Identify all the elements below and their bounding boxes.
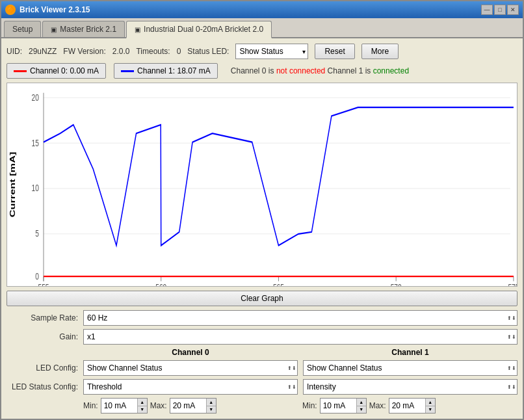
led-config-ch0-select[interactable]: Show Channel Status OffOnShow Heartbeat <box>83 360 298 376</box>
gain-select[interactable]: x1 x2x4x8 <box>83 329 517 345</box>
svg-text:565: 565 <box>273 282 284 286</box>
tab-industrial[interactable]: ▣ Industrial Dual 0-20mA Bricklet 2.0 <box>126 21 272 38</box>
uid-label: UID: <box>7 47 22 56</box>
ch0-max-spinbox: ▲ ▼ <box>170 398 216 413</box>
ch0-status: not connected <box>276 66 325 75</box>
ch0-min-down-btn[interactable]: ▼ <box>138 406 147 413</box>
app-icon: 🔶 <box>5 5 16 15</box>
ch1-max-spinbox: ▲ ▼ <box>389 398 436 413</box>
ch1-max-down-btn[interactable]: ▼ <box>426 406 435 413</box>
led-config-label: LED Config: <box>7 363 78 373</box>
ch1-max-spinbox-btns: ▲ ▼ <box>425 399 435 413</box>
svg-text:560: 560 <box>155 282 166 286</box>
tab-master-icon: ▣ <box>51 26 57 33</box>
timeouts-label: Timeouts: <box>136 47 170 56</box>
svg-text:570: 570 <box>391 282 402 286</box>
svg-text:555: 555 <box>38 282 49 286</box>
status-led-label: Status LED: <box>187 47 229 56</box>
minmax-row: Min: ▲ ▼ Max: ▲ ▼ <box>83 398 517 413</box>
led-config-ch0-wrapper: Show Channel Status OffOnShow Heartbeat <box>83 360 298 376</box>
ch1-max-up-btn[interactable]: ▲ <box>426 399 435 406</box>
led-status-config-ch0-select[interactable]: Threshold OffIntensity <box>83 379 298 395</box>
y-axis-label: Current [mA] <box>8 152 17 218</box>
tab-setup[interactable]: Setup <box>4 21 41 37</box>
minimize-button[interactable]: — <box>481 5 493 15</box>
uid-value: 29uNZZ <box>29 47 57 56</box>
channel1-header: Channel 1 <box>303 348 517 357</box>
ch0-min-up-btn[interactable]: ▲ <box>138 399 147 406</box>
gain-row: Gain: x1 x2x4x8 <box>7 329 517 345</box>
svg-text:20: 20 <box>32 92 39 103</box>
sample-rate-row: Sample Rate: 60 Hz 1 Hz2 Hz4 Hz8 Hz 16 H… <box>7 310 517 326</box>
more-button[interactable]: More <box>361 44 399 59</box>
ch0-status-between: Channel 1 is <box>325 66 373 75</box>
ch0-max-input[interactable] <box>170 399 206 413</box>
tab-industrial-icon: ▣ <box>135 26 140 33</box>
ch0-status-prefix: Channel 0 is <box>231 66 276 75</box>
channel0-button[interactable]: Channel 0: 0.00 mA <box>7 63 106 79</box>
maximize-button[interactable]: □ <box>494 5 506 15</box>
led-config-row: LED Config: Show Channel Status OffOnSho… <box>7 360 517 376</box>
titlebar: 🔶 Brick Viewer 2.3.15 — □ ✕ <box>1 1 523 18</box>
tab-bar: Setup ▣ Master Brick 2.1 ▣ Industrial Du… <box>1 18 523 38</box>
ch1-max-label: Max: <box>369 401 386 410</box>
tab-master-label: Master Brick 2.1 <box>60 25 116 34</box>
sample-rate-select[interactable]: 60 Hz 1 Hz2 Hz4 Hz8 Hz 16 Hz32 Hz120 Hz <box>83 310 517 326</box>
titlebar-left: 🔶 Brick Viewer 2.3.15 <box>5 5 90 15</box>
sample-rate-label: Sample Rate: <box>7 313 78 322</box>
ch0-min-spinbox: ▲ ▼ <box>101 398 148 413</box>
channel-headers: Channel 0 Channel 1 <box>83 348 517 357</box>
ch0-max-spinbox-btns: ▲ ▼ <box>206 399 216 413</box>
ch0-max-up-btn[interactable]: ▲ <box>207 399 216 406</box>
tab-industrial-label: Industrial Dual 0-20mA Bricklet 2.0 <box>144 25 263 34</box>
gain-select-wrapper: x1 x2x4x8 <box>83 329 517 345</box>
channel-row: Channel 0: 0.00 mA Channel 1: 18.07 mA C… <box>7 63 517 79</box>
graph-svg: Current [mA] 20 15 10 5 0 <box>7 83 517 286</box>
status-led-select-wrapper: Show Status Off On Show Heartbeat <box>235 44 308 59</box>
channel0-header: Channel 0 <box>83 348 298 357</box>
info-row: UID: 29uNZZ FW Version: 2.0.0 Timeouts: … <box>7 44 517 59</box>
fw-value: 2.0.0 <box>112 47 130 56</box>
clear-btn-row: Clear Graph <box>7 291 517 306</box>
status-led-select[interactable]: Show Status Off On Show Heartbeat <box>235 44 308 59</box>
ch1-min-input[interactable] <box>321 399 356 413</box>
channel0-label: Channel 0: 0.00 mA <box>30 66 99 75</box>
ch0-min-input[interactable] <box>101 399 137 413</box>
led-status-config-row: LED Status Config: Threshold OffIntensit… <box>7 379 517 395</box>
clear-graph-button[interactable]: Clear Graph <box>7 291 517 306</box>
channel1-button[interactable]: Channel 1: 18.07 mA <box>114 63 218 79</box>
led-status-config-ch1-select[interactable]: Intensity OffThreshold <box>303 379 517 395</box>
graph-container: Current [mA] 20 15 10 5 0 <box>7 83 517 287</box>
led-config-ch1-wrapper: Show Channel Status OffOnShow Heartbeat <box>303 360 517 376</box>
ch1-min-up-btn[interactable]: ▲ <box>357 399 366 406</box>
ch1-min-spinbox-btns: ▲ ▼ <box>356 399 366 413</box>
form-section: Sample Rate: 60 Hz 1 Hz2 Hz4 Hz8 Hz 16 H… <box>7 310 517 413</box>
channel1-label: Channel 1: 18.07 mA <box>137 66 211 75</box>
ch0-min-label: Min: <box>83 401 98 410</box>
timeouts-value: 0 <box>177 47 181 56</box>
led-status-config-label: LED Status Config: <box>7 382 78 391</box>
svg-text:10: 10 <box>32 182 39 193</box>
tab-master[interactable]: ▣ Master Brick 2.1 <box>42 21 125 37</box>
ch1-status: connected <box>373 66 409 75</box>
fw-label: FW Version: <box>63 47 105 56</box>
led-status-config-ch0-wrapper: Threshold OffIntensity <box>83 379 298 395</box>
svg-text:15: 15 <box>32 137 39 148</box>
led-config-ch1-select[interactable]: Show Channel Status OffOnShow Heartbeat <box>303 360 517 376</box>
close-button[interactable]: ✕ <box>507 5 519 15</box>
ch0-max-label: Max: <box>150 401 167 410</box>
ch1-min-label: Min: <box>302 401 317 410</box>
ch1-max-input[interactable] <box>389 399 425 413</box>
ch0-max-down-btn[interactable]: ▼ <box>207 406 216 413</box>
channel1-graph-line <box>44 107 514 245</box>
svg-text:0: 0 <box>35 270 39 282</box>
reset-button[interactable]: Reset <box>315 44 354 59</box>
svg-text:5: 5 <box>35 228 39 239</box>
connection-status: Channel 0 is not connected Channel 1 is … <box>231 66 409 75</box>
ch1-min-down-btn[interactable]: ▼ <box>357 406 366 413</box>
main-window: 🔶 Brick Viewer 2.3.15 — □ ✕ Setup ▣ Mast… <box>0 0 524 420</box>
gain-label: Gain: <box>7 332 78 341</box>
ch0-minmax-group: Min: ▲ ▼ Max: ▲ ▼ <box>83 398 298 413</box>
main-content: UID: 29uNZZ FW Version: 2.0.0 Timeouts: … <box>1 38 523 419</box>
ch0-min-spinbox-btns: ▲ ▼ <box>137 399 147 413</box>
